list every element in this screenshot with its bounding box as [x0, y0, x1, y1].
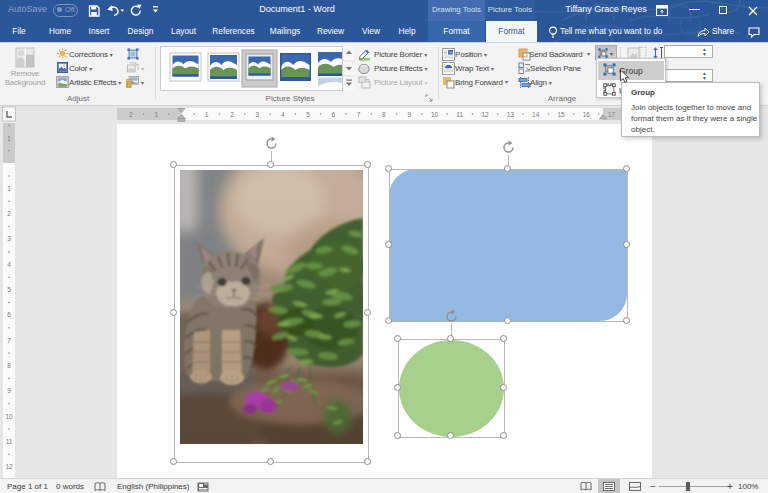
svg-text:1: 1	[205, 111, 209, 118]
svg-text:4: 4	[281, 111, 285, 118]
svg-text:7: 7	[7, 337, 11, 344]
svg-text:11: 11	[456, 111, 463, 118]
svg-text:10: 10	[5, 413, 13, 420]
svg-text:2: 2	[7, 210, 11, 217]
svg-text:5: 5	[7, 286, 11, 293]
svg-text:9: 9	[7, 387, 11, 394]
svg-text:4: 4	[7, 261, 11, 268]
svg-text:14: 14	[532, 111, 540, 118]
svg-text:6: 6	[7, 311, 11, 318]
svg-text:16: 16	[583, 111, 591, 118]
svg-text:12: 12	[5, 463, 13, 470]
svg-text:2: 2	[129, 111, 133, 118]
svg-text:3: 3	[7, 235, 11, 242]
svg-text:17: 17	[608, 111, 616, 118]
svg-text:10: 10	[431, 111, 439, 118]
svg-text:1: 1	[7, 185, 11, 192]
svg-text:1: 1	[7, 135, 11, 142]
svg-text:13: 13	[507, 111, 515, 118]
svg-text:9: 9	[407, 111, 411, 118]
svg-text:8: 8	[7, 362, 11, 369]
svg-text:8: 8	[382, 111, 386, 118]
svg-text:11: 11	[6, 438, 13, 445]
svg-text:6: 6	[331, 111, 335, 118]
svg-text:7: 7	[357, 111, 361, 118]
svg-text:5: 5	[306, 111, 310, 118]
svg-text:12: 12	[481, 111, 489, 118]
svg-text:3: 3	[256, 111, 260, 118]
svg-text:2: 2	[230, 111, 234, 118]
svg-text:15: 15	[557, 111, 565, 118]
svg-text:1: 1	[154, 111, 158, 118]
